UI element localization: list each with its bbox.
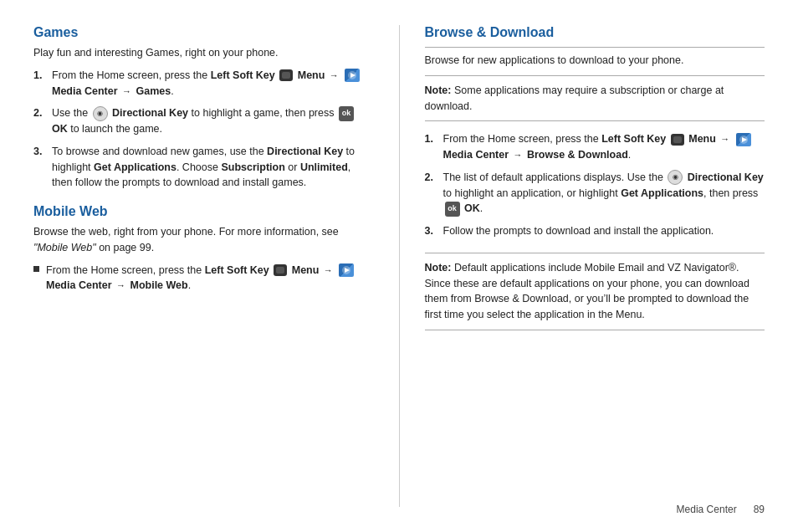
arrow-1: → <box>330 70 339 80</box>
browse-step-1-content: From the Home screen, press the Left Sof… <box>443 131 765 163</box>
footer-page: 89 <box>754 504 765 515</box>
games-step-3: 3. To browse and download new games, use… <box>33 144 374 191</box>
note-block-1: Note: Some applications may require a su… <box>425 75 765 122</box>
bullet-square <box>33 266 39 272</box>
ok-icon-2: ok <box>445 202 460 217</box>
browse-step-num-2: 2. <box>425 170 440 186</box>
note-label-2: Note: <box>425 262 452 274</box>
browse-download-title: Browse & Download <box>425 25 765 48</box>
ok-label-1: OK <box>52 123 68 135</box>
browse-steps: 1. From the Home screen, press the Left … <box>425 131 765 239</box>
media-center-label-1: Media Center <box>52 85 118 97</box>
menu-icon-3 <box>671 134 684 146</box>
note-text-2: Default applications include Mobile Emai… <box>425 262 749 320</box>
step-1-content: From the Home screen, press the Left Sof… <box>52 68 374 100</box>
browse-step-2: 2. The list of default applications disp… <box>425 170 765 217</box>
mobile-web-title: Mobile Web <box>33 204 374 219</box>
browse-step-num-1: 1. <box>425 131 440 147</box>
browse-download-intro: Browse for new applications to download … <box>425 53 765 69</box>
browse-download-section: Browse & Download Browse for new applica… <box>425 25 765 330</box>
step-3-content: To browse and download new games, use th… <box>52 144 374 191</box>
mobile-web-section: Mobile Web Browse the web, right from yo… <box>33 204 374 294</box>
step-num-3: 3. <box>33 144 49 160</box>
dir-key-icon-1: ◉ <box>93 106 108 121</box>
left-column: Games Play fun and interesting Games, ri… <box>33 25 400 507</box>
note-text-1: Some applications may require a subscrip… <box>425 84 724 112</box>
games-steps: 1. From the Home screen, press the Left … <box>33 68 374 191</box>
media-center-icon-1 <box>345 69 360 82</box>
browse-download-label: Browse & Download <box>527 149 628 161</box>
dir-key-label-2: Directional Key <box>267 146 343 157</box>
media-center-icon-2 <box>339 263 354 277</box>
left-soft-key-label: Left Soft Key <box>211 69 275 81</box>
games-title: Games <box>33 25 374 40</box>
dir-key-label-1: Directional Key <box>112 107 188 119</box>
step-num-2: 2. <box>33 105 49 121</box>
browse-step-3-content: Follow the prompts to download and insta… <box>443 223 765 239</box>
arrow-6: → <box>513 150 522 160</box>
mobile-web-intro: Browse the web, right from your phone. F… <box>33 224 374 256</box>
mobile-web-ref: "Mobile Web" <box>33 242 96 253</box>
games-section: Games Play fun and interesting Games, ri… <box>33 25 374 191</box>
unlimited-label: Unlimited <box>300 161 348 173</box>
mobile-web-bullet: From the Home screen, press the Left Sof… <box>33 263 374 294</box>
arrow-4: → <box>116 280 125 290</box>
subscription-label: Subscription <box>221 161 284 173</box>
step-2-content: Use the ◉ Directional Key to highlight a… <box>52 105 374 137</box>
footer-section: Media Center <box>677 504 737 515</box>
menu-icon-2 <box>274 264 287 276</box>
step-num-1: 1. <box>33 68 49 84</box>
get-apps-label-1: Get Applications <box>94 161 176 173</box>
ok-icon-1: ok <box>339 106 354 121</box>
browse-step-1: 1. From the Home screen, press the Left … <box>425 131 765 163</box>
menu-label-2: Menu <box>292 264 320 276</box>
menu-label-1: Menu <box>298 69 325 81</box>
left-soft-key-label-3: Left Soft Key <box>601 133 666 145</box>
mobile-web-label: Mobile Web <box>130 279 187 291</box>
left-soft-key-label-2: Left Soft Key <box>205 264 269 276</box>
games-step-2: 2. Use the ◉ Directional Key to highligh… <box>33 105 374 137</box>
browse-step-num-3: 3. <box>425 223 440 239</box>
games-label: Games <box>136 85 171 97</box>
games-intro: Play fun and interesting Games, right on… <box>33 45 374 61</box>
browse-step-2-content: The list of default applications display… <box>443 170 765 217</box>
media-center-label-2: Media Center <box>46 279 112 291</box>
games-step-1: 1. From the Home screen, press the Left … <box>33 68 374 100</box>
get-apps-label-2: Get Applications <box>621 187 703 199</box>
arrow-5: → <box>720 134 729 144</box>
dir-key-icon-2: ◉ <box>668 170 683 185</box>
arrow-3: → <box>324 265 333 275</box>
media-center-label-3: Media Center <box>443 149 509 161</box>
menu-label-3: Menu <box>688 133 716 145</box>
mobile-web-step: From the Home screen, press the Left Sof… <box>46 263 374 294</box>
right-column: Browse & Download Browse for new applica… <box>400 25 765 507</box>
note-block-2: Note: Default applications include Mobil… <box>425 253 765 330</box>
menu-icon-1 <box>279 69 293 81</box>
dir-key-label-3: Directional Key <box>688 171 764 183</box>
footer: Media Center 89 <box>677 504 765 515</box>
arrow-2: → <box>122 86 131 96</box>
note-label-1: Note: <box>425 84 452 96</box>
ok-label-2: OK <box>464 202 480 214</box>
browse-step-3: 3. Follow the prompts to download and in… <box>425 223 765 239</box>
media-center-icon-3 <box>736 133 751 146</box>
